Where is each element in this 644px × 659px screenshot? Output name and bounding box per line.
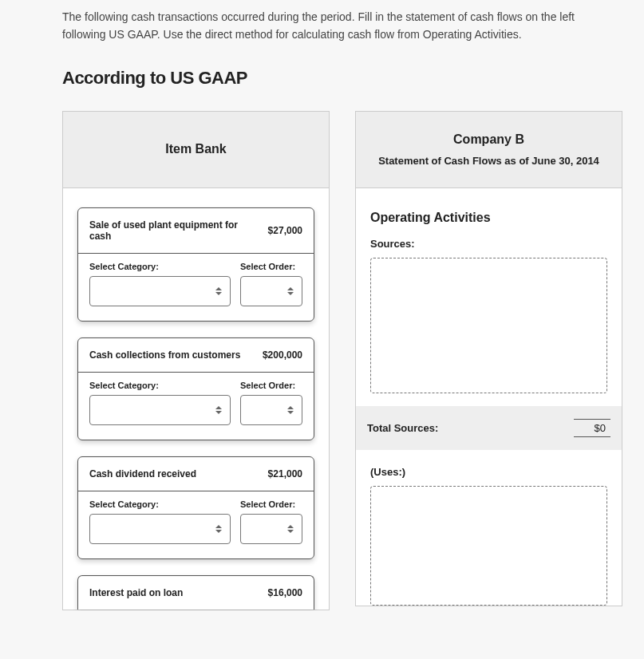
select-category-label: Select Category: xyxy=(89,499,231,509)
sources-label: Sources: xyxy=(370,238,607,250)
select-order-dropdown[interactable] xyxy=(240,276,302,306)
item-description: Interest paid on loan xyxy=(89,587,268,598)
statement-panel: Company B Statement of Cash Flows as of … xyxy=(355,111,622,606)
item-description: Cash collections from customers xyxy=(89,349,263,361)
instructions-text: The following cash transactions occurred… xyxy=(62,8,605,44)
sources-dropzone[interactable] xyxy=(370,258,607,393)
item-card[interactable]: Cash dividend received $21,000 Select Ca… xyxy=(77,456,314,559)
total-sources-value: $0 xyxy=(574,419,610,437)
select-caret-icon xyxy=(215,523,223,535)
uses-dropzone[interactable] xyxy=(370,486,607,606)
select-caret-icon xyxy=(287,404,295,416)
select-order-label: Select Order: xyxy=(240,262,302,271)
item-card-header: Interest paid on loan $16,000 xyxy=(78,576,314,610)
select-order-dropdown[interactable] xyxy=(240,395,302,425)
item-card-header: Sale of used plant equipment for cash $2… xyxy=(78,208,314,254)
company-name: Company B xyxy=(365,132,612,147)
select-category-dropdown[interactable] xyxy=(89,276,231,306)
select-order-label: Select Order: xyxy=(240,381,302,390)
item-card[interactable]: Cash collections from customers $200,000… xyxy=(77,337,314,440)
select-category-dropdown[interactable] xyxy=(89,514,231,544)
item-card-header: Cash dividend received $21,000 xyxy=(78,457,314,491)
total-sources-label: Total Sources: xyxy=(367,422,438,434)
select-category-label: Select Category: xyxy=(89,381,231,390)
select-order-dropdown[interactable] xyxy=(240,514,302,544)
item-bank-panel: Item Bank Sale of used plant equipment f… xyxy=(62,111,330,610)
statement-subtitle: Statement of Cash Flows as of June 30, 2… xyxy=(365,155,612,167)
item-amount: $21,000 xyxy=(268,468,302,479)
item-amount: $200,000 xyxy=(263,349,302,361)
item-amount: $27,000 xyxy=(268,225,302,236)
operating-activities-heading: Operating Activities xyxy=(370,211,607,225)
select-category-label: Select Category: xyxy=(89,262,231,271)
select-order-label: Select Order: xyxy=(240,499,302,509)
select-caret-icon xyxy=(287,286,295,297)
select-category-dropdown[interactable] xyxy=(89,395,231,425)
select-caret-icon xyxy=(287,523,295,535)
total-sources-row: Total Sources: $0 xyxy=(356,406,622,450)
uses-label: (Uses:) xyxy=(370,466,607,478)
item-description: Cash dividend received xyxy=(89,468,268,479)
item-bank-header: Item Bank xyxy=(63,112,329,188)
item-description: Sale of used plant equipment for cash xyxy=(89,219,268,242)
item-bank-title: Item Bank xyxy=(73,142,319,156)
item-card[interactable]: Sale of used plant equipment for cash $2… xyxy=(77,207,314,322)
statement-header: Company B Statement of Cash Flows as of … xyxy=(356,112,622,188)
item-card[interactable]: Interest paid on loan $16,000 xyxy=(77,575,314,610)
select-caret-icon xyxy=(215,286,223,297)
select-caret-icon xyxy=(215,404,223,416)
item-amount: $16,000 xyxy=(268,587,302,598)
page-title: According to US GAAP xyxy=(62,68,644,89)
item-card-header: Cash collections from customers $200,000 xyxy=(78,338,314,373)
